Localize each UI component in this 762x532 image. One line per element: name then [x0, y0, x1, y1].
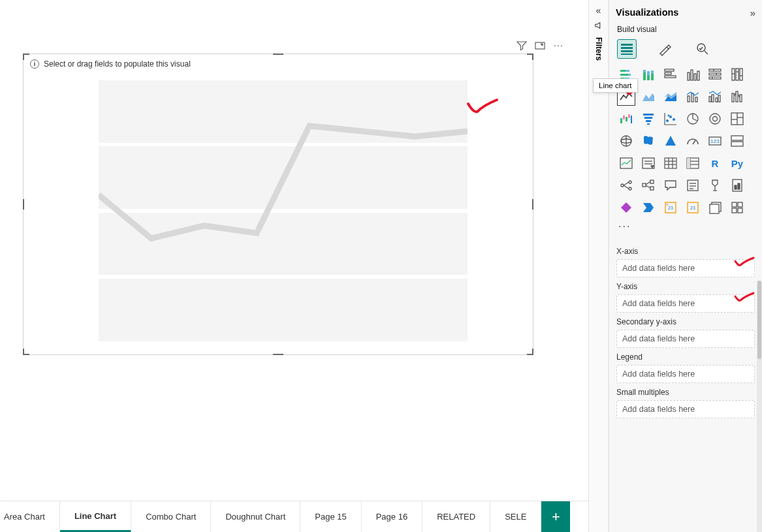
- clustered-bar-chart-icon[interactable]: [661, 65, 680, 84]
- svg-rect-23: [694, 74, 696, 80]
- svg-line-70: [693, 140, 695, 144]
- field-well-label: Secondary y-axis: [616, 317, 755, 326]
- field-well-dropzone[interactable]: Add data fields here: [616, 259, 755, 277]
- scatter-chart-icon[interactable]: [661, 110, 680, 128]
- waterfall-chart-icon[interactable]: [617, 110, 635, 128]
- analytics-tab[interactable]: [693, 39, 712, 59]
- paginated-report-icon[interactable]: [728, 176, 746, 195]
- chart-placeholder: [99, 80, 468, 335]
- kpi-icon[interactable]: [617, 154, 635, 172]
- svg-rect-73: [731, 136, 743, 140]
- filled-map-icon[interactable]: [639, 132, 658, 150]
- multi-row-card-icon[interactable]: [728, 132, 746, 150]
- svg-rect-37: [688, 96, 690, 102]
- goals-icon[interactable]: [706, 176, 724, 195]
- svg-rect-116: [710, 204, 719, 213]
- field-well-dropzone[interactable]: Add data fields here: [616, 400, 755, 418]
- build-visual-tab[interactable]: [617, 39, 637, 59]
- ribbon-chart-icon[interactable]: [728, 87, 746, 106]
- svg-rect-3: [621, 50, 633, 52]
- azure-map-icon[interactable]: [661, 132, 680, 150]
- field-well-dropzone[interactable]: Add data fields here: [616, 365, 755, 383]
- qa-visual-icon[interactable]: [661, 176, 680, 195]
- card-icon[interactable]: 123: [706, 132, 724, 150]
- r-visual-icon[interactable]: R: [706, 154, 724, 172]
- scrollbar[interactable]: [757, 281, 762, 532]
- svg-point-62: [713, 117, 718, 121]
- line-stacked-column-icon[interactable]: [684, 87, 702, 106]
- matrix-icon[interactable]: [684, 154, 702, 172]
- line-clustered-column-icon[interactable]: [706, 87, 724, 106]
- page-tab[interactable]: Page 15: [300, 501, 361, 532]
- field-well-dropzone[interactable]: Add data fields here: [616, 330, 755, 348]
- area-chart-icon[interactable]: [639, 87, 658, 106]
- power-apps-icon[interactable]: [617, 198, 635, 217]
- svg-rect-95: [643, 183, 646, 187]
- filters-label[interactable]: Filters: [594, 37, 603, 61]
- svg-rect-27: [709, 77, 721, 79]
- page-tab[interactable]: Combo Chart: [131, 501, 211, 532]
- page-tab[interactable]: Area Chart: [0, 501, 60, 532]
- clustered-column-chart-icon[interactable]: [684, 65, 702, 84]
- table-icon[interactable]: [661, 154, 680, 172]
- svg-rect-9: [628, 74, 631, 76]
- page-tab[interactable]: Line Chart: [60, 501, 131, 532]
- report-canvas[interactable]: ··· i Select or drag fields to populate …: [0, 0, 589, 532]
- svg-rect-6: [620, 70, 626, 72]
- hundred-stacked-column-icon[interactable]: [728, 65, 746, 84]
- treemap-icon[interactable]: [728, 110, 746, 128]
- svg-rect-46: [740, 95, 742, 102]
- arcgis-icon[interactable]: 23: [661, 198, 680, 217]
- custom-visual-icon[interactable]: [706, 198, 724, 217]
- field-well-dropzone[interactable]: Add data fields here: [616, 294, 755, 313]
- format-visual-tab[interactable]: [655, 39, 675, 59]
- info-icon: i: [30, 59, 39, 69]
- hundred-stacked-bar-icon[interactable]: [706, 65, 724, 84]
- slicer-icon[interactable]: [639, 154, 658, 172]
- visual-container[interactable]: i Select or drag fields to populate this…: [23, 54, 533, 355]
- python-visual-icon[interactable]: Py: [728, 154, 746, 172]
- expand-pane-icon[interactable]: »: [750, 7, 755, 18]
- field-well-label: X-axis: [616, 247, 755, 256]
- page-tab[interactable]: SELE: [490, 501, 541, 532]
- svg-marker-110: [643, 203, 654, 212]
- svg-point-5: [697, 44, 705, 52]
- stacked-area-chart-icon[interactable]: [661, 87, 680, 106]
- more-visuals-icon[interactable]: ···: [609, 221, 762, 238]
- pie-chart-icon[interactable]: [684, 110, 702, 128]
- gauge-icon[interactable]: [684, 132, 702, 150]
- svg-rect-14: [647, 75, 650, 80]
- more-options-icon[interactable]: ···: [553, 39, 564, 50]
- decomposition-tree-icon[interactable]: [639, 176, 658, 195]
- narrative-icon[interactable]: [684, 176, 702, 195]
- donut-chart-icon[interactable]: [706, 110, 724, 128]
- svg-rect-117: [732, 202, 737, 207]
- funnel-chart-icon[interactable]: [639, 110, 658, 128]
- page-tab[interactable]: Doughnut Chart: [211, 501, 300, 532]
- svg-rect-120: [738, 208, 742, 213]
- field-well-label: Small multiples: [616, 388, 755, 397]
- build-visual-label: Build visual: [609, 25, 762, 37]
- svg-marker-109: [621, 202, 631, 213]
- svg-rect-0: [535, 42, 545, 49]
- svg-text:123: 123: [710, 138, 720, 144]
- svg-rect-17: [651, 70, 654, 74]
- add-page-button[interactable]: +: [541, 501, 570, 532]
- page-tab[interactable]: RELATED: [422, 501, 490, 532]
- svg-rect-50: [628, 114, 630, 118]
- script-visual-icon[interactable]: 23: [684, 198, 702, 217]
- svg-rect-40: [709, 97, 711, 102]
- page-tab[interactable]: Page 16: [362, 501, 422, 532]
- stacked-column-chart-icon[interactable]: [639, 65, 658, 84]
- expand-filters-icon[interactable]: «: [596, 5, 601, 16]
- power-automate-icon[interactable]: [639, 198, 658, 217]
- field-wells: X-axisAdd data fields hereY-axisAdd data…: [609, 238, 762, 532]
- map-icon[interactable]: [617, 132, 635, 150]
- filter-icon[interactable]: [516, 40, 527, 54]
- svg-rect-53: [644, 117, 652, 119]
- focus-mode-icon[interactable]: [535, 40, 545, 54]
- key-influencers-icon[interactable]: [617, 176, 635, 195]
- svg-rect-19: [665, 72, 671, 74]
- get-more-visuals-icon[interactable]: [728, 198, 746, 217]
- svg-rect-32: [736, 69, 738, 80]
